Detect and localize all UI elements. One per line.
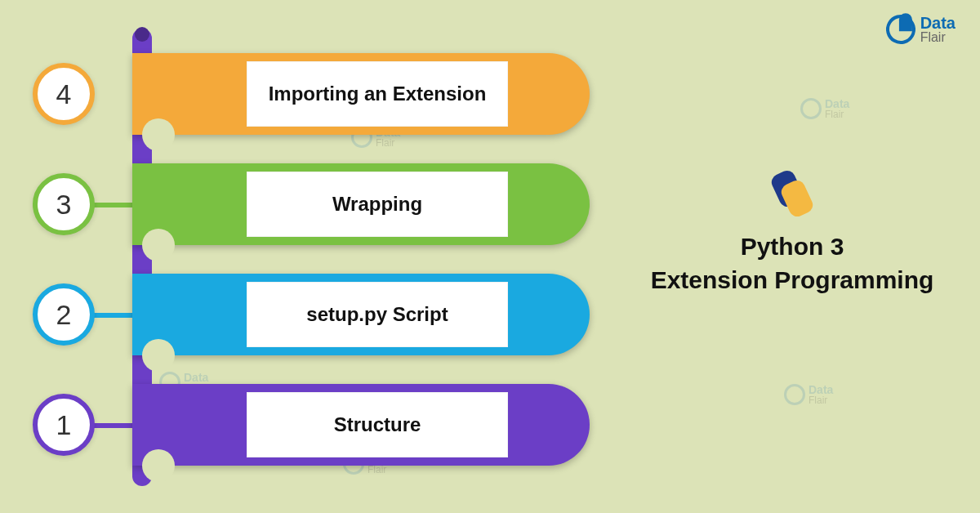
watermark-logo: DataFlair xyxy=(800,98,849,119)
step-row-4: 4 Importing an Extension xyxy=(33,53,612,135)
step-label-1: Structure xyxy=(247,392,508,457)
step-row-1: 1 Structure xyxy=(33,384,612,466)
step-label-2: setup.py Script xyxy=(247,282,508,347)
brand-line2: Flair xyxy=(920,31,956,44)
step-number: 4 xyxy=(56,78,72,110)
brand-line1: Data xyxy=(920,15,956,31)
watermark-logo: DataFlair xyxy=(784,384,833,405)
brand-logo-text: Data Flair xyxy=(920,15,956,44)
brand-logo-icon xyxy=(883,11,919,47)
step-label-3: Wrapping xyxy=(247,172,508,237)
brand-logo: Data Flair xyxy=(886,15,956,44)
step-badge-3: 3 xyxy=(33,173,95,235)
title-line2: Extension Programming xyxy=(651,266,934,293)
step-row-3: 3 Wrapping xyxy=(33,163,612,245)
step-badge-2: 2 xyxy=(33,283,95,346)
diagram-title: Python 3 Extension Programming xyxy=(645,230,939,297)
steps-diagram: 4 Importing an Extension 3 Wrapping 2 se… xyxy=(33,29,612,486)
step-number: 3 xyxy=(56,189,72,221)
title-block: Python 3 Extension Programming xyxy=(645,172,939,297)
step-number: 2 xyxy=(56,299,72,331)
step-row-2: 2 setup.py Script xyxy=(33,274,612,355)
python-icon xyxy=(770,172,814,216)
step-label-4: Importing an Extension xyxy=(247,61,508,127)
title-line1: Python 3 xyxy=(741,233,844,260)
step-badge-1: 1 xyxy=(33,394,95,456)
step-badge-4: 4 xyxy=(33,63,95,125)
step-number: 1 xyxy=(56,409,72,441)
